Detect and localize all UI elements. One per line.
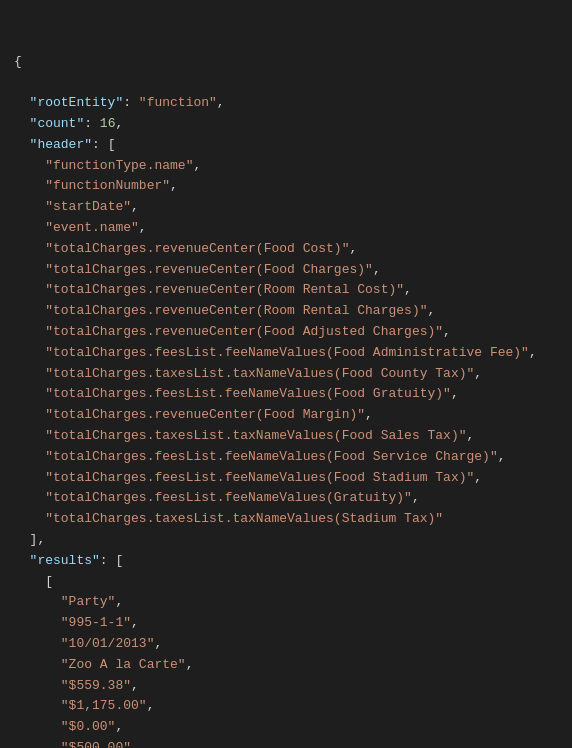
json-line: "totalCharges.revenueCenter(Food Cost)", xyxy=(14,239,558,260)
json-line: "totalCharges.taxesList.taxNameValues(St… xyxy=(14,509,558,530)
json-viewer: { "rootEntity": "function", "count": 16,… xyxy=(14,10,558,748)
json-line: "totalCharges.taxesList.taxNameValues(Fo… xyxy=(14,364,558,385)
open-brace: { xyxy=(14,52,558,73)
json-line: "results": [ xyxy=(14,551,558,572)
json-line: "995-1-1", xyxy=(14,613,558,634)
json-line: ], xyxy=(14,530,558,551)
json-line: "$1,175.00", xyxy=(14,696,558,717)
json-line: "event.name", xyxy=(14,218,558,239)
json-line: "startDate", xyxy=(14,197,558,218)
json-line: "totalCharges.revenueCenter(Room Rental … xyxy=(14,301,558,322)
json-line: "$500.00", xyxy=(14,738,558,748)
json-line: "totalCharges.revenueCenter(Room Rental … xyxy=(14,280,558,301)
json-line: "totalCharges.revenueCenter(Food Adjuste… xyxy=(14,322,558,343)
json-line: "totalCharges.feesList.feeNameValues(Foo… xyxy=(14,468,558,489)
json-line: "functionType.name", xyxy=(14,156,558,177)
json-line: "totalCharges.revenueCenter(Food Margin)… xyxy=(14,405,558,426)
json-line: "Party", xyxy=(14,592,558,613)
json-line: "$0.00", xyxy=(14,717,558,738)
json-line: "totalCharges.feesList.feeNameValues(Foo… xyxy=(14,343,558,364)
json-line: "totalCharges.feesList.feeNameValues(Foo… xyxy=(14,447,558,468)
json-line: "count": 16, xyxy=(14,114,558,135)
json-line: "10/01/2013", xyxy=(14,634,558,655)
json-line: "totalCharges.taxesList.taxNameValues(Fo… xyxy=(14,426,558,447)
json-line: "totalCharges.feesList.feeNameValues(Gra… xyxy=(14,488,558,509)
json-line: [ xyxy=(14,572,558,593)
json-line: "$559.38", xyxy=(14,676,558,697)
json-line: "rootEntity": "function", xyxy=(14,93,558,114)
json-line: "totalCharges.feesList.feeNameValues(Foo… xyxy=(14,384,558,405)
json-line: "Zoo A la Carte", xyxy=(14,655,558,676)
json-line: "totalCharges.revenueCenter(Food Charges… xyxy=(14,260,558,281)
json-line: "functionNumber", xyxy=(14,176,558,197)
json-line: "header": [ xyxy=(14,135,558,156)
